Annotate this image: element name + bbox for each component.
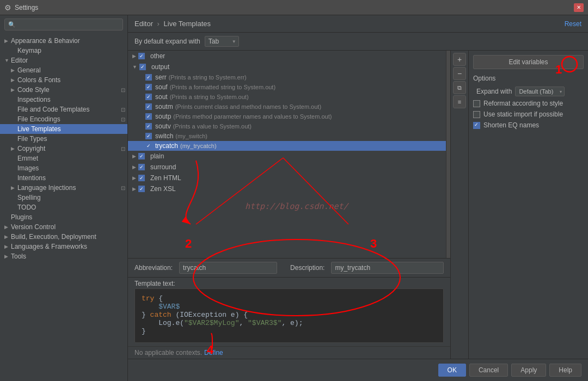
sidebar-item-file-encodings[interactable]: File Encodings ⊡ [0, 114, 127, 124]
expand-with-select[interactable]: Default (Tab) Tab Enter [515, 87, 565, 96]
add-button[interactable]: + [453, 53, 466, 66]
sidebar-item-languages-frameworks[interactable]: ▶ Languages & Frameworks [0, 242, 127, 251]
item-checkbox-soutm[interactable]: ✓ [145, 103, 152, 110]
static-import-checkbox[interactable] [473, 111, 480, 118]
sidebar-item-label: General [17, 66, 125, 74]
sidebar-item-intentions[interactable]: Intentions [0, 173, 127, 183]
sidebar-item-general[interactable]: ▶ General [0, 65, 127, 75]
breadcrumb-editor: Editor [134, 20, 153, 28]
description-input[interactable] [331, 262, 444, 274]
arrow-icon: ▶ [4, 234, 11, 239]
item-checkbox-trycatch[interactable]: ✓ [145, 143, 152, 149]
abbreviation-row: Abbreviation: Description: [128, 259, 450, 278]
badge-icon: ⊡ [121, 146, 125, 152]
badge-icon: ⊡ [121, 107, 125, 113]
cancel-button[interactable]: Cancel [469, 364, 508, 377]
move-button[interactable]: ≡ [453, 95, 466, 108]
group-checkbox-surround[interactable]: ✓ [138, 164, 145, 170]
item-desc-trycatch: (my_trycatch) [180, 143, 217, 149]
ok-button[interactable]: OK [438, 364, 466, 377]
sidebar-item-images[interactable]: Images [0, 163, 127, 173]
item-checkbox-serr[interactable]: ✓ [145, 74, 152, 81]
group-checkbox-zen-html[interactable]: ✓ [138, 175, 145, 181]
sidebar-item-live-templates[interactable]: Live Templates [0, 124, 127, 134]
sidebar-item-todo[interactable]: TODO [0, 202, 127, 212]
group-label-zen-html: Zen HTML [150, 174, 181, 182]
item-checkbox-souf[interactable]: ✓ [145, 84, 152, 90]
expand-select-wrapper[interactable]: Tab Enter Space [205, 36, 239, 47]
sidebar-item-language-injections[interactable]: ▶ Language Injections ⊡ [0, 183, 127, 193]
template-item-soutp[interactable]: ✓ soutp (Prints method parameter names a… [128, 112, 446, 121]
sidebar-item-colors-fonts[interactable]: ▶ Colors & Fonts [0, 75, 127, 85]
item-checkbox-soutp[interactable]: ✓ [145, 113, 152, 120]
group-checkbox-output[interactable]: ✓ [139, 64, 146, 70]
group-output[interactable]: ▼ ✓ output [128, 62, 446, 72]
sidebar-item-build-execution[interactable]: ▶ Build, Execution, Deployment [0, 232, 127, 242]
copy-button[interactable]: ⧉ [453, 81, 466, 94]
shorten-eq-checkbox[interactable] [473, 122, 480, 129]
group-label-output: output [151, 63, 169, 71]
help-button[interactable]: Help [549, 364, 581, 377]
group-arrow-output: ▼ [132, 64, 137, 70]
group-checkbox-plain[interactable]: ✓ [138, 153, 145, 159]
sidebar-item-editor[interactable]: ▼ Editor [0, 56, 127, 65]
sidebar-item-keymap[interactable]: Keymap [0, 46, 127, 56]
reset-button[interactable]: Reset [565, 20, 581, 28]
reformat-checkbox[interactable] [473, 100, 480, 107]
search-box[interactable]: 🔍 [4, 19, 123, 30]
sidebar-item-spelling[interactable]: Spelling [0, 193, 127, 202]
arrow-icon: ▶ [11, 77, 17, 83]
sidebar-item-inspections[interactable]: Inspections [0, 95, 127, 105]
sidebar-item-tools[interactable]: ▶ Tools [0, 251, 127, 261]
detail-section: Abbreviation: Description: Template text… [128, 258, 450, 359]
close-button[interactable]: ✕ [574, 3, 584, 12]
sidebar-item-file-code-templates[interactable]: File and Code Templates ⊡ [0, 105, 127, 114]
sidebar-item-appearance[interactable]: ▶ Appearance & Behavior [0, 36, 127, 46]
sidebar-item-version-control[interactable]: ▶ Version Control [0, 222, 127, 232]
arrow-icon: ▶ [4, 38, 11, 44]
template-item-trycatch[interactable]: ✓ trycatch (my_trycatch) [128, 141, 446, 151]
sidebar-item-emmet[interactable]: Emmet [0, 153, 127, 163]
group-arrow-zen-xsl: ▶ [132, 186, 136, 192]
group-checkbox-other[interactable]: ✓ [138, 53, 145, 59]
group-zen-html[interactable]: ▶ ✓ Zen HTML [128, 173, 446, 183]
sidebar-item-code-style[interactable]: ▶ Code Style ⊡ [0, 85, 127, 95]
options-title: Options [473, 75, 584, 82]
templates-area: ▶ ✓ other ▼ ✓ output ✓ [128, 51, 588, 359]
template-item-serr[interactable]: ✓ serr (Prints a string to System.err) [128, 72, 446, 82]
badge-icon: ⊡ [121, 185, 125, 191]
expand-with-select-wrapper[interactable]: Default (Tab) Tab Enter [515, 87, 565, 96]
shorten-eq-row: Shorten EQ names [473, 121, 584, 129]
template-list: ▶ ✓ other ▼ ✓ output ✓ [128, 51, 451, 359]
group-zen-xsl[interactable]: ▶ ✓ Zen XSL [128, 183, 446, 194]
template-item-souf[interactable]: ✓ souf (Prints a formatted string to Sys… [128, 82, 446, 92]
item-checkbox-switch[interactable]: ✓ [145, 133, 152, 139]
sidebar-item-copyright[interactable]: ▶ Copyright ⊡ [0, 144, 127, 153]
remove-button[interactable]: − [453, 67, 466, 80]
template-item-soutm[interactable]: ✓ soutm (Prints current class and method… [128, 102, 446, 112]
define-link[interactable]: Define [204, 349, 223, 357]
template-code[interactable]: try { $VAR$ } catch (IOException e) { Lo… [134, 288, 444, 343]
group-plain[interactable]: ▶ ✓ plain [128, 151, 446, 162]
action-buttons: + − ⧉ ≡ [451, 51, 468, 359]
arrow-icon: ▶ [11, 67, 17, 73]
template-scrollbar[interactable] [446, 51, 450, 258]
item-checkbox-soutv[interactable]: ✓ [145, 123, 152, 130]
item-desc-soutm: (Prints current class and method names t… [175, 103, 321, 110]
sidebar-item-file-types[interactable]: File Types [0, 134, 127, 144]
item-checkbox-sout[interactable]: ✓ [145, 94, 152, 100]
sidebar-item-plugins[interactable]: Plugins [0, 212, 127, 222]
abbreviation-input[interactable] [179, 262, 277, 274]
group-surround[interactable]: ▶ ✓ surround [128, 162, 446, 173]
template-item-switch[interactable]: ✓ switch (my_switch) [128, 131, 446, 141]
sidebar-item-label: Code Style [17, 86, 119, 94]
template-item-soutv[interactable]: ✓ soutv (Prints a value to System.out) [128, 121, 446, 131]
expand-select[interactable]: Tab Enter Space [205, 36, 239, 47]
group-checkbox-zen-xsl[interactable]: ✓ [138, 186, 145, 192]
edit-variables-button[interactable]: Edit variables [473, 55, 584, 69]
apply-button[interactable]: Apply [511, 364, 546, 377]
reformat-label: Reformat according to style [483, 100, 563, 107]
template-item-sout[interactable]: ✓ sout (Prints a string to System.out) [128, 92, 446, 102]
group-other[interactable]: ▶ ✓ other [128, 51, 446, 62]
search-input[interactable] [18, 21, 119, 28]
